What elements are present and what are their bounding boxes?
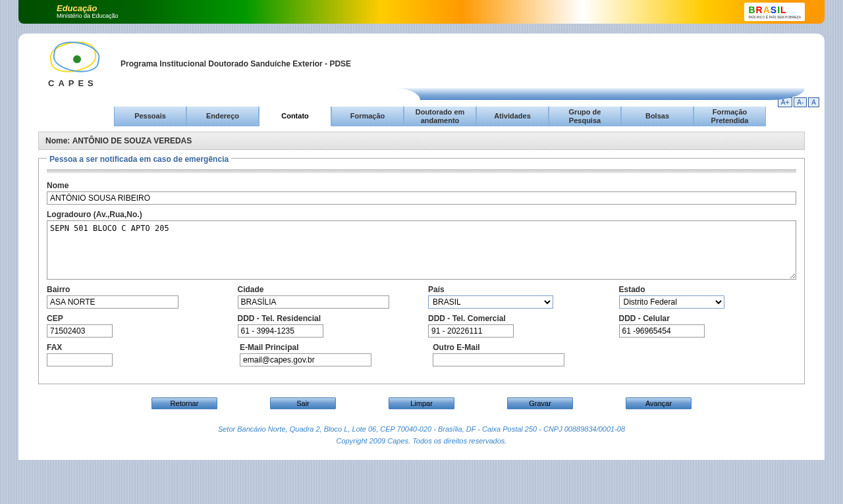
label-email-principal: E-Mail Principal — [240, 343, 420, 352]
tab-bar: Pessoais Endereço Contato Formação Douto… — [114, 107, 805, 126]
capes-logo: CAPES — [45, 39, 107, 88]
label-estado: Estado — [619, 285, 797, 294]
tab-pessoais[interactable]: Pessoais — [114, 107, 186, 126]
limpar-button[interactable]: Limpar — [389, 397, 454, 409]
font-decrease-button[interactable]: A- — [794, 97, 807, 107]
sair-button[interactable]: Sair — [270, 397, 336, 409]
input-nome[interactable] — [47, 191, 796, 205]
label-logradouro: Logradouro (Av.,Rua,No.) — [47, 210, 796, 219]
divider-wave — [35, 88, 805, 100]
label-celular: DDD - Celular — [619, 314, 797, 323]
label-tel-residencial: DDD - Tel. Residencial — [238, 314, 416, 323]
tab-doutorado-andamento[interactable]: Doutorado em andamento — [404, 107, 476, 126]
main-panel: CAPES Programa Institucional Doutorado S… — [18, 34, 825, 460]
label-outro-email: Outro E-Mail — [433, 343, 612, 352]
program-title: Programa Institucional Doutorado Sanduíc… — [121, 59, 798, 68]
select-estado[interactable]: Distrito Federal — [619, 295, 724, 309]
banner-subtitle: Ministério da Educação — [57, 13, 119, 20]
textarea-logradouro[interactable] — [47, 220, 796, 280]
gravar-button[interactable]: Gravar — [507, 397, 573, 409]
label-fax: FAX — [47, 343, 227, 352]
name-bar-label: Nome: — [45, 136, 70, 145]
input-celular[interactable] — [619, 324, 705, 338]
avancar-button[interactable]: Avançar — [626, 397, 692, 409]
brasil-logo: BRASIL PAÍS RICO É PAÍS SEM POBREZA — [744, 3, 805, 21]
name-bar: Nome: ANTÔNIO DE SOUZA VEREDAS — [38, 132, 805, 150]
label-pais: País — [428, 285, 606, 294]
input-bairro[interactable] — [47, 295, 178, 309]
tab-grupo-pesquisa[interactable]: Grupo de Pesquisa — [549, 107, 621, 126]
retornar-button[interactable]: Retornar — [151, 397, 217, 409]
action-button-row: Retornar Sair Limpar Gravar Avançar — [38, 397, 805, 409]
footer: Setor Bancário Norte, Quadra 2, Bloco L,… — [18, 416, 825, 460]
input-fax[interactable] — [47, 353, 113, 366]
label-bairro: Bairro — [47, 285, 225, 294]
government-banner: Educação Ministério da Educação BRASIL P… — [18, 0, 825, 24]
input-cep[interactable] — [47, 324, 113, 338]
input-cidade[interactable] — [238, 295, 389, 309]
tab-atividades[interactable]: Atividades — [476, 107, 549, 126]
label-nome: Nome — [47, 181, 796, 190]
emergency-contact-fieldset: Pessoa a ser notificada em caso de emerg… — [38, 158, 805, 384]
tab-bolsas[interactable]: Bolsas — [621, 107, 693, 126]
input-tel-residencial[interactable] — [238, 324, 323, 338]
name-bar-value: ANTÔNIO DE SOUZA VEREDAS — [72, 136, 192, 145]
input-email-principal[interactable] — [240, 353, 371, 366]
font-reset-button[interactable]: A — [808, 97, 819, 107]
tab-formacao-pretendida[interactable]: Formação Pretendida — [693, 107, 766, 126]
select-pais[interactable]: BRASIL — [428, 295, 553, 309]
label-tel-comercial: DDD - Tel. Comercial — [428, 314, 606, 323]
input-outro-email[interactable] — [433, 353, 564, 366]
footer-address: Setor Bancário Norte, Quadra 2, Bloco L,… — [38, 424, 805, 436]
tab-endereco[interactable]: Endereço — [186, 107, 259, 126]
label-cep: CEP — [47, 314, 225, 323]
input-tel-comercial[interactable] — [428, 324, 514, 338]
footer-copyright: Copyright 2009 Capes. Todos os direitos … — [38, 436, 805, 447]
tab-formacao[interactable]: Formação — [331, 107, 404, 126]
label-cidade: Cidade — [238, 285, 416, 294]
tab-contato[interactable]: Contato — [259, 107, 331, 126]
banner-title: Educação — [57, 4, 119, 13]
fieldset-legend: Pessoa a ser notificada em caso de emerg… — [47, 155, 231, 164]
separator-bar — [47, 169, 796, 173]
